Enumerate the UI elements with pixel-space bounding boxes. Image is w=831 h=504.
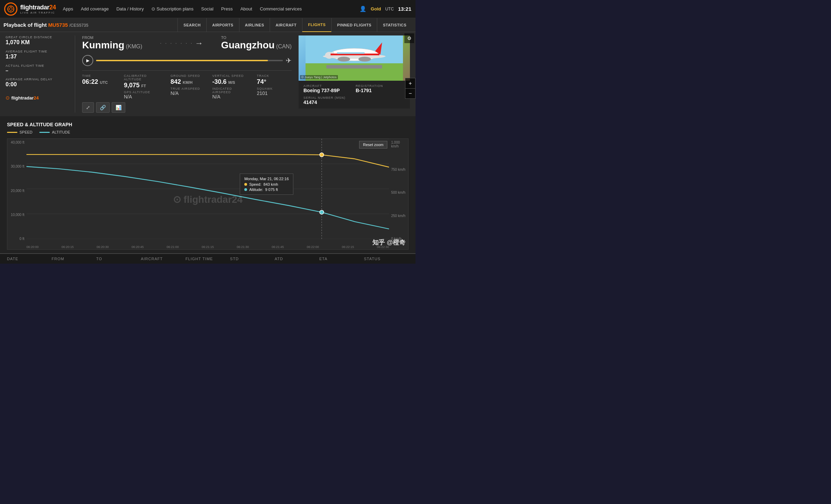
y-left-2: 20,000 ft — [11, 189, 24, 193]
top-navigation: flightradar24 LIVE AIR TRAFFIC Apps Add … — [0, 0, 416, 18]
expand-map-button[interactable]: ⤢ — [82, 102, 94, 113]
col-aircraft: AIRCRAFT — [141, 257, 185, 261]
avg-flight-label: AVERAGE FLIGHT TIME — [6, 50, 68, 53]
nav-data-history[interactable]: Data / History — [116, 6, 144, 11]
col-status: STATUS — [364, 257, 409, 261]
ground-spd-value: 842 KM/H — [171, 78, 205, 86]
time-label: TIME — [82, 74, 117, 78]
y-right-2: 500 km/h — [391, 191, 405, 194]
vert-spd-value: -30.6 M/S — [212, 78, 250, 86]
nav-add-coverage[interactable]: Add coverage — [81, 6, 109, 11]
x-label-6: 06:21:30 — [237, 245, 249, 249]
nav-about[interactable]: About — [240, 6, 252, 11]
graph-title: SPEED & ALTITUDE GRAPH — [7, 122, 409, 127]
graph-section: SPEED & ALTITUDE GRAPH SPEED ALTITUDE 40… — [0, 116, 416, 253]
logo-icon — [4, 2, 17, 16]
chart-button[interactable]: 📊 — [112, 102, 125, 113]
from-city: Kunming — [82, 40, 124, 50]
x-label-4: 06:21:00 — [167, 245, 179, 249]
svg-point-25 — [320, 153, 324, 157]
zoom-in-button[interactable]: + — [405, 78, 416, 88]
legend-speed-label: SPEED — [19, 130, 32, 134]
graph-legend: SPEED ALTITUDE — [7, 130, 409, 134]
to-code: (CAN) — [276, 43, 292, 49]
track-block: TRACK 74° SQUAWK 2101 — [257, 74, 292, 99]
actual-flight-block: ACTUAL FLIGHT TIME – — [6, 64, 68, 73]
x-label-9: 06:22:15 — [342, 245, 354, 249]
arrow-right-icon: → — [195, 38, 203, 48]
svg-point-1 — [9, 8, 12, 10]
to-city: Guangzhou — [221, 40, 275, 50]
cal-alt-label: CALIBRATED ALTITUDE — [124, 74, 164, 81]
nav-subscription[interactable]: ⊙ Subscription plans — [151, 6, 193, 11]
y-left-0: 40,000 ft — [11, 141, 24, 144]
legend-speed-line — [7, 132, 17, 133]
nav-apps[interactable]: Apps — [63, 6, 73, 11]
y-right-1: 750 km/h — [391, 168, 405, 171]
ind-as-label: INDICATED AIRSPEED — [212, 87, 250, 94]
nav-items: Apps Add coverage Data / History ⊙ Subsc… — [63, 6, 360, 11]
x-label-0: 06:20:00 — [26, 245, 39, 249]
progress-bar-track[interactable] — [96, 60, 283, 61]
cal-alt-unit: FT — [141, 84, 146, 88]
svg-point-17 — [358, 57, 371, 62]
aircraft-details: AIRCRAFT Boeing 737-89P REGISTRATION B-1… — [299, 81, 410, 109]
x-label-3: 06:20:45 — [132, 245, 144, 249]
user-icon: 👤 — [359, 6, 366, 12]
ground-spd-unit: KM/H — [183, 80, 192, 85]
tab-flights[interactable]: FLIGHTS — [302, 18, 331, 32]
x-label-10: 06:22:30 — [377, 245, 389, 249]
tab-statistics[interactable]: STATISTICS — [377, 18, 412, 32]
svg-point-26 — [320, 210, 324, 214]
left-stats: GREAT CIRCLE DISTANCE 1,070 KM AVERAGE F… — [6, 35, 75, 113]
tab-airlines[interactable]: AIRLINES — [239, 18, 270, 32]
play-button[interactable]: ▶ — [82, 55, 93, 66]
vert-spd-unit: M/S — [228, 80, 235, 85]
vert-spd-block: VERTICAL SPEED -30.6 M/S INDICATED AIRSP… — [212, 74, 250, 99]
tab-pinned-flights[interactable]: PINNED FLIGHTS — [331, 18, 377, 32]
avg-arrival-block: AVERAGE ARRIVAL DELAY 0:00 — [6, 78, 68, 88]
tab-aircraft[interactable]: AIRCRAFT — [270, 18, 302, 32]
from-label: FROM — [82, 35, 142, 40]
great-circle-block: GREAT CIRCLE DISTANCE 1,070 KM — [6, 35, 68, 46]
ground-spd-label: GROUND SPEED — [171, 74, 205, 78]
nav-commercial[interactable]: Commercial services — [260, 6, 302, 11]
nav-social[interactable]: Social — [201, 6, 213, 11]
tab-search[interactable]: SEARCH — [177, 18, 206, 32]
y-right-0: 1,000 km/h — [391, 141, 408, 148]
x-axis-labels: 06:20:00 06:20:15 06:20:30 06:20:45 06:2… — [26, 245, 389, 249]
graph-container[interactable]: 40,000 ft 30,000 ft 20,000 ft 10,000 ft … — [7, 138, 409, 250]
flight-id: MU5735 — [48, 22, 69, 28]
user-status[interactable]: Gold — [371, 6, 381, 11]
cal-alt-block: CALIBRATED ALTITUDE 9,075 FT GPS ALTITUD… — [124, 74, 164, 99]
y-left-3: 10,000 ft — [11, 213, 24, 217]
col-flight-time: FLIGHT TIME — [185, 257, 230, 261]
flight-info-panel: GREAT CIRCLE DISTANCE 1,070 KM AVERAGE F… — [0, 32, 416, 116]
to-block: TO Guangzhou (CAN) — [221, 35, 292, 51]
svg-rect-9 — [326, 65, 382, 69]
actual-flight-label: ACTUAL FLIGHT TIME — [6, 64, 68, 67]
col-from: FROM — [52, 257, 96, 261]
great-circle-value: 1,070 KM — [6, 39, 68, 46]
reset-zoom-button[interactable]: Reset zoom — [359, 141, 387, 149]
avg-flight-value: 1:37 — [6, 54, 68, 60]
legend-altitude-line — [39, 132, 50, 133]
y-left-4: 0 ft — [19, 237, 24, 241]
tab-airports[interactable]: AIRPORTS — [206, 18, 239, 32]
share-button[interactable]: 🔗 — [96, 102, 110, 113]
msn-label: SERIAL NUMBER (MSN) — [303, 96, 405, 99]
col-date: DATE — [7, 257, 52, 261]
y-right-4: 0 km/h — [391, 237, 402, 241]
avg-flight-block: AVERAGE FLIGHT TIME 1:37 — [6, 50, 68, 60]
playback-title: Playback of flight MU5735 /CES5735 — [3, 22, 88, 28]
gps-alt-value: N/A — [124, 94, 164, 99]
logo[interactable]: flightradar24 LIVE AIR TRAFFIC — [4, 2, 56, 16]
aircraft-settings-button[interactable]: ⚙ — [404, 33, 414, 43]
registration-value: B-1791 — [356, 88, 405, 93]
logo-subtitle: LIVE AIR TRAFFIC — [20, 11, 56, 14]
nav-press[interactable]: Press — [221, 6, 232, 11]
aircraft-image: © Jueyu Tang | Jetphotos — [299, 35, 410, 81]
registration-block: REGISTRATION B-1791 — [356, 84, 405, 93]
true-as-label: TRUE AIRSPEED — [171, 87, 205, 90]
zoom-out-button[interactable]: − — [405, 88, 416, 99]
